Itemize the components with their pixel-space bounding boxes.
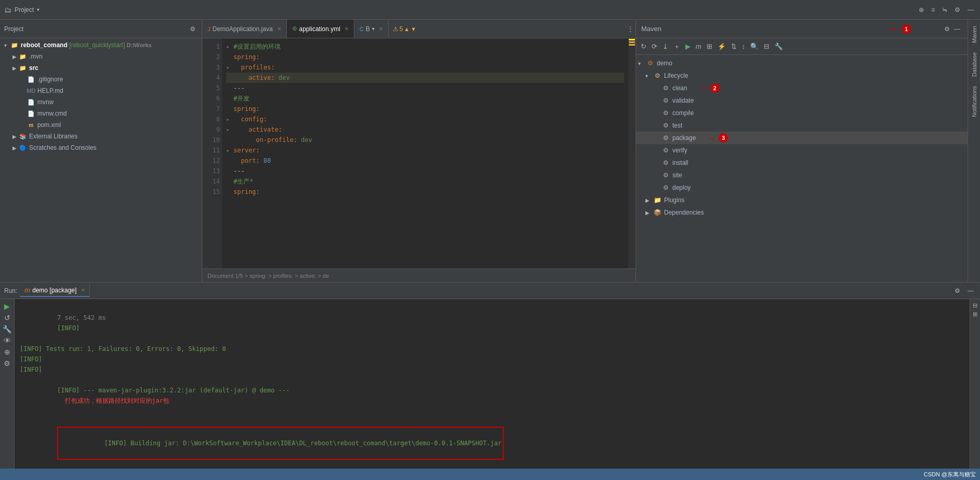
code-key-10: on-profile: [256,135,301,145]
tree-item-scratches[interactable]: ▶ 🔵 Scratches and Consoles [0,142,202,153]
maven-label-install: install [672,159,688,166]
run-minimize-btn[interactable]: — [965,286,976,295]
close-btn-tab2[interactable]: ✕ [344,26,349,32]
strip-notifications[interactable]: Notifications [970,82,978,121]
maven-item-verify[interactable]: ▶ ⚙ verify [636,144,968,157]
toolbar-run-btn[interactable]: ≒ [940,5,949,15]
fold-icon-1[interactable]: ▸ [226,41,233,52]
run-settings2-btn[interactable]: ⚙ [4,359,10,368]
maven-item-clean[interactable]: ▶ ⚙ clean → 2 [636,82,968,94]
tree-item-ext-libs[interactable]: ▶ 📚 External Libraries [0,131,202,142]
maven-settings-btn[interactable]: ⚙ [942,24,952,34]
tree-item-src[interactable]: ▶ 📁 src [0,62,202,74]
maven-item-validate[interactable]: ▶ ⚙ validate [636,94,968,107]
maven-item-plugins[interactable]: ▶ 📁 Plugins [636,194,968,206]
tab-demo-java[interactable]: J DemoApplication.java ✕ [202,20,287,38]
run-time: 7 sec, 542 ms [57,314,106,321]
fold-icon-3[interactable]: ▸ [226,62,233,73]
code-line-13: --- [226,166,624,176]
maven-label-validate: validate [672,97,694,104]
run-eye-btn[interactable]: 👁 [4,336,11,345]
maven-lightning-btn[interactable]: ⚡ [716,41,727,51]
fold-icon-12 [226,156,233,166]
run-output[interactable]: 7 sec, 542 ms [INFO] [INFO] Tests run: 1… [15,299,970,469]
run-tab-demo[interactable]: m demo [package] ✕ [20,284,89,297]
maven-item-install[interactable]: ▶ ⚙ install [636,157,968,169]
maven-badge-1: 1 [902,24,911,34]
run-annotation: 打包成功，根据路径找到对应的jar包 [65,397,170,404]
maven-item-dependencies[interactable]: ▶ 📦 Dependencies [636,206,968,219]
run-line-6: [INFO] Building jar: D:\WorkSoftware_Wor… [20,416,964,469]
tree-item-gitignore[interactable]: ▶ 📄 .gitignore [0,74,202,85]
project-dropdown-icon[interactable]: ▾ [37,7,39,12]
fold-icon-9[interactable]: ▸ [226,124,233,135]
maven-refresh-btn[interactable]: ↻ [639,41,648,51]
toolbar-build-btn[interactable]: ≡ [929,5,937,15]
maven-search-btn[interactable]: 🔍 [749,41,760,51]
fold-icon-8[interactable]: ▸ [226,114,233,124]
run-rightbar-sort-btn[interactable]: ⊟ [971,301,979,310]
tree-settings-btn[interactable]: ⚙ [188,24,198,34]
tab-b-class[interactable]: C B ▾ ✕ [354,20,389,38]
maven-icon-clean: ⚙ [661,83,670,93]
tree-item-root[interactable]: ▾ 📁 reboot_comand [reboot_quicklystart] … [0,39,202,51]
run-play-btn[interactable]: ▶ [4,302,10,310]
maven-item-package[interactable]: ▶ ⚙ package → 3 [636,132,968,144]
maven-reimport-btn[interactable]: ⟳ [650,41,659,51]
maven-header: Maven → 1 ⚙ — [636,20,968,38]
tree-item-mvnw-cmd[interactable]: ▶ 📄 mvnw.cmd [0,108,202,119]
toolbar-settings-btn[interactable]: ⚙ [953,5,962,15]
maven-download-btn[interactable]: ⤓ [661,41,670,51]
editor-more-btn[interactable]: ⋮ [625,24,636,34]
maven-badge-3: 3 [719,133,728,143]
tab-app-yml[interactable]: ⚙ application.yml ✕ [287,20,354,38]
strip-maven[interactable]: Maven [970,22,978,47]
fold-icon-11[interactable]: ▸ [226,145,233,156]
toolbar-minimize-btn[interactable]: — [965,5,976,15]
tree-label-help: HELP.md [37,87,63,94]
maven-close-btn[interactable]: — [952,24,962,34]
maven-item-deploy[interactable]: ▶ ⚙ deploy [636,181,968,194]
run-settings-btn[interactable]: ⚙ [953,286,962,295]
code-content[interactable]: ▸ #设置启用的环境 spring: ▸ profiles: active: d [222,38,628,269]
file-icon-gitignore: 📄 [27,75,35,83]
tree-arrow-scratches: ▶ [12,145,19,151]
code-val-12: 80 [264,156,271,166]
maven-arrow-1: → [887,22,899,36]
tree-item-mvn[interactable]: ▶ 📁 .mvn [0,51,202,62]
tab-label-app-yml: application.yml [299,25,340,33]
close-btn-tab3[interactable]: ✕ [379,26,383,32]
maven-m-btn[interactable]: m [694,41,703,51]
strip-database[interactable]: Database [970,48,978,81]
maven-icon-lifecycle: ⚙ [653,71,662,80]
run-wrench-btn[interactable]: 🔧 [3,325,11,333]
warning-count: 5 [399,25,403,33]
maven-toggle-btn[interactable]: ⊞ [705,41,714,51]
run-line-6-text: [INFO] Building jar: D:\WorkSoftware_Wor… [104,440,502,447]
run-tab-close[interactable]: ✕ [81,287,85,293]
run-share-btn[interactable]: ⊕ [4,348,10,356]
maven-item-compile[interactable]: ▶ ⚙ compile [636,107,968,119]
code-line-10: on-profile: dev [226,135,624,145]
tree-item-mvnw[interactable]: ▶ 📄 mvnw [0,96,202,108]
run-rightbar-filter-btn[interactable]: ⊞ [971,310,979,319]
maven-sort2-btn[interactable]: ↕ [740,41,747,51]
maven-sort1-btn[interactable]: ⇅ [729,41,738,51]
tree-item-pom[interactable]: ▶ m pom.xml [0,119,202,131]
close-btn-tab1[interactable]: ✕ [277,26,281,32]
maven-wrench-btn[interactable]: 🔧 [773,41,784,51]
tree-item-help[interactable]: ▶ MD HELP.md [0,85,202,96]
maven-item-demo[interactable]: ▾ ⚙ demo [636,57,968,69]
run-rerun-btn[interactable]: ↺ [4,314,10,322]
maven-add-btn[interactable]: ＋ [672,41,682,52]
maven-item-test[interactable]: ▶ ⚙ test [636,119,968,132]
maven-label-site: site [672,172,682,179]
toolbar-target-btn[interactable]: ⊕ [917,5,926,15]
fold-icon-4 [226,73,233,83]
maven-run-btn[interactable]: ▶ [684,41,692,51]
maven-icon-install: ⚙ [661,158,670,167]
maven-item-site[interactable]: ▶ ⚙ site [636,169,968,181]
maven-layout-btn[interactable]: ⊟ [762,41,771,51]
maven-item-lifecycle[interactable]: ▾ ⚙ Lifecycle [636,69,968,82]
tab-label-demo-java: DemoApplication.java [213,25,273,33]
